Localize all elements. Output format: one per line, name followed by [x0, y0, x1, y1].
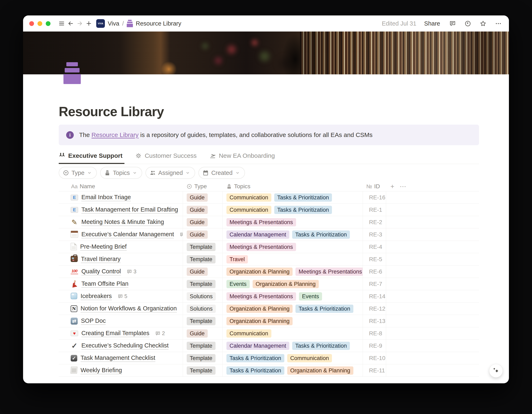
favorite-star-icon[interactable]	[478, 19, 487, 28]
cell-topics[interactable]: Tasks & PrioritizationCommunication	[223, 352, 363, 364]
cell-id[interactable]: RE-6	[363, 265, 386, 278]
cell-type[interactable]: Template	[183, 352, 223, 364]
cell-id[interactable]: RE-2	[363, 216, 386, 228]
minimize-window-button[interactable]	[38, 21, 42, 26]
cell-name[interactable]: Travel Itinerary	[59, 253, 183, 265]
cell-type[interactable]: Solutions	[183, 302, 223, 315]
cell-name[interactable]: ✓ Task Management Checklist	[59, 352, 183, 364]
row-title-link[interactable]: Weekly Briefing	[81, 367, 122, 374]
cell-topics[interactable]: Travel	[223, 253, 363, 265]
cell-name[interactable]: Executive’s Calendar Management 1	[59, 228, 183, 241]
cell-type[interactable]: Template	[183, 278, 223, 290]
row-title-link[interactable]: Quality Control	[81, 268, 121, 275]
cell-topics[interactable]: Meetings & PresentationsEvents	[223, 290, 363, 302]
cover-image[interactable]	[23, 31, 509, 74]
row-title-link[interactable]: Task Management for Email Drafting	[81, 206, 178, 214]
cell-type[interactable]: Guide	[183, 265, 223, 278]
cell-id[interactable]: RE-9	[363, 340, 386, 352]
cell-type[interactable]: Guide	[183, 216, 223, 228]
filter-type[interactable]: Type	[59, 167, 97, 179]
cell-type[interactable]: Template	[183, 253, 223, 265]
tab-new-ea-onboarding[interactable]: New EA Onboarding	[209, 152, 277, 164]
cell-name[interactable]: 100 Quality Control 3	[59, 265, 183, 278]
cell-type[interactable]: Solutions	[183, 290, 223, 302]
cell-id[interactable]: RE-12	[363, 302, 386, 315]
cell-name[interactable]: E Email Inbox Triage	[59, 191, 183, 204]
row-title-link[interactable]: Pre-Meeting Brief	[80, 243, 127, 251]
cell-type[interactable]: Guide	[183, 204, 223, 216]
zoom-window-button[interactable]	[46, 21, 50, 26]
page-icon[interactable]	[64, 62, 81, 84]
cell-topics[interactable]: CommunicationTasks & Prioritization	[223, 204, 363, 216]
cell-topics[interactable]: Meetings & Presentations	[223, 241, 363, 253]
page-title[interactable]: Resource Library	[59, 104, 479, 119]
breadcrumb-workspace[interactable]: Viva	[108, 20, 119, 27]
cell-id[interactable]: RE-1	[363, 204, 386, 216]
cell-name[interactable]: N Notion for Workflows & Organization	[59, 302, 183, 315]
cell-topics[interactable]: Organization & Planning	[223, 315, 363, 327]
cell-id[interactable]: RE-14	[363, 290, 386, 302]
more-options-icon[interactable]	[494, 19, 503, 28]
breadcrumb-page[interactable]: Resource Library	[136, 20, 181, 27]
cell-name[interactable]: Pre-Meeting Brief	[59, 241, 183, 253]
cell-topics[interactable]: Meetings & Presentations	[223, 216, 363, 228]
cell-topics[interactable]: EventsOrganization & Planning	[223, 278, 363, 290]
cell-type[interactable]: Template	[183, 315, 223, 327]
ai-assistant-button[interactable]	[489, 364, 503, 377]
cell-topics[interactable]: Tasks & PrioritizationOrganization & Pla…	[223, 364, 363, 376]
comment-count[interactable]: 3	[127, 268, 136, 275]
column-header-id[interactable]: № ID	[363, 183, 386, 190]
cell-type[interactable]: Template	[183, 364, 223, 376]
cell-topics[interactable]: CommunicationTasks & Prioritization	[223, 191, 363, 204]
tab-customer-success[interactable]: Customer Success	[135, 152, 199, 164]
cell-id[interactable]: RE-11	[363, 364, 386, 376]
column-header-topics[interactable]: Topics	[223, 183, 363, 190]
comments-icon[interactable]	[448, 19, 457, 28]
new-page-icon[interactable]	[84, 19, 93, 28]
cell-id[interactable]: RE-5	[363, 253, 386, 265]
cell-topics[interactable]: Organization & PlanningMeetings & Presen…	[223, 265, 363, 278]
cell-name[interactable]: ✓ Executive’s Scheduling Checklist	[59, 340, 183, 352]
cell-name[interactable]: ♥ Creating Email Templates 2	[59, 327, 183, 339]
cell-id[interactable]: RE-16	[363, 191, 386, 204]
row-title-link[interactable]: Team Offsite Plan	[81, 280, 128, 288]
row-title-link[interactable]: Executive’s Calendar Management	[81, 231, 174, 238]
workspace-logo[interactable]: VIVA	[96, 19, 105, 28]
cell-name[interactable]: Team Offsite Plan	[59, 278, 183, 290]
cell-id[interactable]: RE-3	[363, 228, 386, 241]
row-title-link[interactable]: Travel Itinerary	[81, 256, 121, 263]
cell-id[interactable]: RE-4	[363, 241, 386, 253]
cell-name[interactable]: Weekly Briefing	[59, 364, 183, 376]
row-title-link[interactable]: Executive’s Scheduling Checklist	[81, 342, 169, 349]
cell-id[interactable]: RE-10	[363, 352, 386, 364]
row-title-link[interactable]: Notion for Workflows & Organization	[81, 305, 177, 312]
row-title-link[interactable]: Email Inbox Triage	[81, 194, 131, 201]
filter-assigned[interactable]: Assigned	[145, 167, 195, 179]
cell-type[interactable]: Guide	[183, 228, 223, 241]
cell-type[interactable]: Template	[183, 340, 223, 352]
callout-link[interactable]: Resource Library	[92, 132, 138, 138]
cell-name[interactable]: ✎ Meeting Notes & Minute Taking	[59, 216, 183, 228]
cell-type[interactable]: Guide	[183, 191, 223, 204]
cell-topics[interactable]: Calendar ManagementTasks & Prioritizatio…	[223, 340, 363, 352]
row-title-link[interactable]: SOP Doc	[81, 317, 106, 325]
back-icon[interactable]	[66, 19, 75, 28]
forward-icon[interactable]	[75, 19, 84, 28]
row-title-link[interactable]: Icebreakers	[81, 293, 112, 300]
cell-id[interactable]: RE-13	[363, 315, 386, 327]
comment-count[interactable]: 1	[180, 231, 183, 238]
cell-topics[interactable]: Organization & PlanningTasks & Prioritiz…	[223, 302, 363, 315]
cell-type[interactable]: Template	[183, 241, 223, 253]
row-title-link[interactable]: Meeting Notes & Minute Taking	[81, 218, 164, 226]
filter-topics[interactable]: Topics	[100, 167, 142, 179]
row-title-link[interactable]: Task Management Checklist	[81, 355, 155, 362]
close-window-button[interactable]	[29, 21, 34, 26]
sidebar-toggle-icon[interactable]	[57, 19, 66, 28]
table-options-button[interactable]: ⋯	[400, 182, 406, 190]
column-header-name[interactable]: Aa Name	[59, 183, 183, 190]
cell-topics[interactable]: Communication	[223, 327, 363, 339]
tab-executive-support[interactable]: Executive Support	[59, 152, 124, 164]
share-button[interactable]: Share	[423, 19, 442, 28]
cell-name[interactable]: E Task Management for Email Drafting	[59, 204, 183, 216]
add-column-button[interactable]: +	[390, 183, 394, 190]
